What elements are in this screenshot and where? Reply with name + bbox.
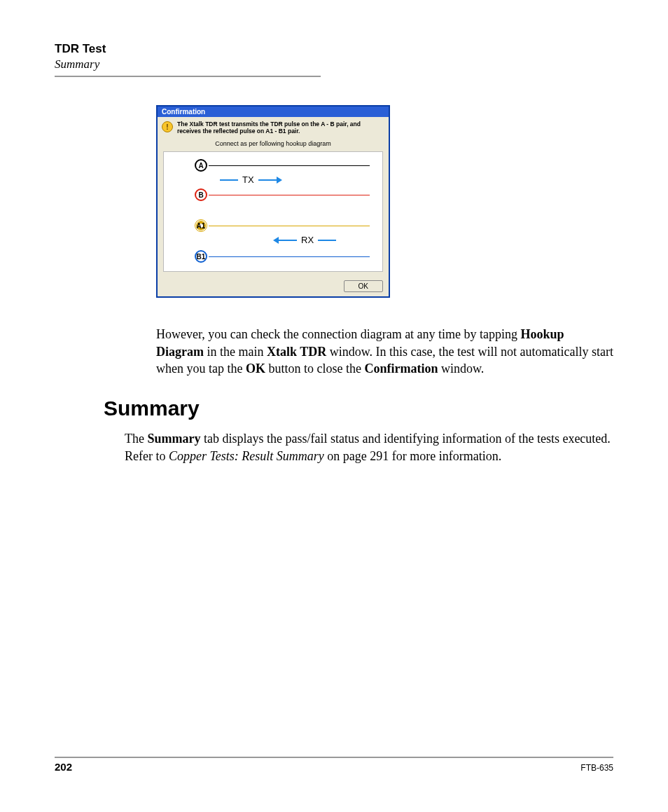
hookup-diagram: A B A1 B1 TX RX <box>163 151 383 272</box>
wire-a <box>209 165 370 166</box>
dialog-message: The Xtalk TDR test transmits the TDR pul… <box>177 121 384 135</box>
arrow-segment <box>220 179 238 181</box>
arrow-left-icon <box>273 237 279 244</box>
tx-arrow: TX <box>220 174 282 185</box>
paragraph-2: The Summary tab displays the pass/fail s… <box>55 430 613 465</box>
text: button to close the <box>265 362 364 376</box>
text: in the main <box>204 345 267 359</box>
dialog-message-row: ! The Xtalk TDR test transmits the TDR p… <box>158 117 389 135</box>
ok-button[interactable]: OK <box>344 280 383 292</box>
bold: OK <box>246 362 265 376</box>
text: However, you can check the connection di… <box>156 327 521 341</box>
dialog-button-row: OK <box>158 277 389 296</box>
bold: Confirmation <box>364 362 438 376</box>
wire-a1 <box>209 226 370 226</box>
text: window. <box>438 362 484 376</box>
dialog-submessage: Connect as per following hookup diagram <box>158 135 389 151</box>
arrow-segment <box>318 240 336 241</box>
confirmation-dialog: Confirmation ! The Xtalk TDR test transm… <box>156 105 390 298</box>
text: The <box>125 432 147 446</box>
tx-label: TX <box>242 174 254 185</box>
wire-b <box>209 195 370 195</box>
paragraph-1: However, you can check the connection di… <box>55 326 613 377</box>
arrow-segment <box>258 179 277 181</box>
document-id: FTB-635 <box>580 763 613 773</box>
bold: Summary <box>147 432 200 446</box>
rx-arrow: RX <box>273 235 336 245</box>
header-rule <box>55 76 321 77</box>
warning-icon: ! <box>162 121 173 132</box>
footer-row: 202 FTB-635 <box>55 761 613 773</box>
running-head: TDR Test Summary <box>55 42 613 71</box>
bold: Xtalk TDR <box>267 345 326 359</box>
arrow-segment <box>279 240 297 241</box>
footer-rule <box>55 757 613 758</box>
node-b: B <box>195 188 207 201</box>
page: TDR Test Summary Confirmation ! The Xtal… <box>0 0 668 812</box>
arrow-right-icon <box>277 177 282 184</box>
node-b1: B1 <box>195 250 207 263</box>
rx-label: RX <box>301 235 314 245</box>
section-heading: Summary <box>104 397 613 420</box>
running-title: TDR Test <box>55 42 613 56</box>
running-subtitle: Summary <box>55 57 613 71</box>
node-a1: A1 <box>195 219 207 232</box>
page-footer: 202 FTB-635 <box>55 757 613 773</box>
page-number: 202 <box>55 761 72 773</box>
dialog-titlebar: Confirmation <box>158 106 389 117</box>
node-a: A <box>195 159 207 172</box>
wire-b1 <box>209 256 370 257</box>
italic: Copper Tests: Result Summary <box>169 449 324 463</box>
dialog-figure: Confirmation ! The Xtalk TDR test transm… <box>156 105 613 298</box>
text: on page 291 for more information. <box>324 449 501 463</box>
